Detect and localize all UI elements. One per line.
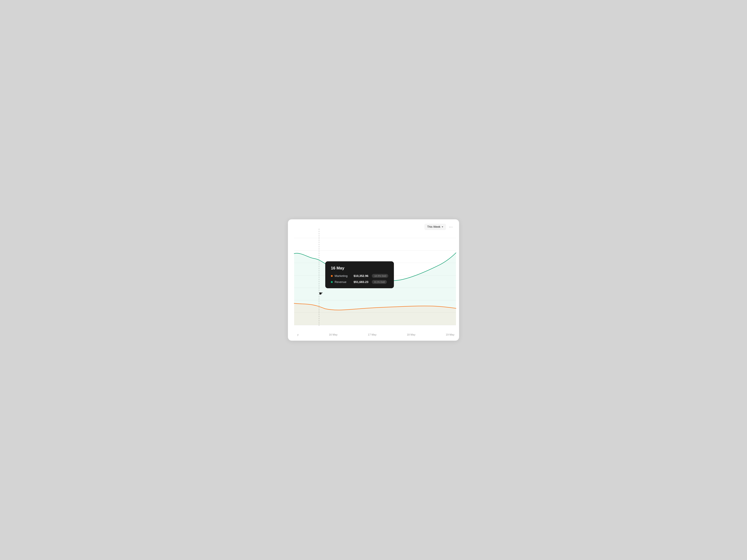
xaxis-label-17may: 17 May (368, 333, 377, 336)
revenue-badge: -8.1% DoD (372, 280, 387, 284)
this-week-button[interactable]: This Week (424, 224, 446, 230)
tooltip-row-revenue: Revenue $51,683.23 -8.1% DoD (331, 280, 388, 284)
more-options-button[interactable]: ··· (448, 224, 454, 230)
marketing-value: $10,352.96 (354, 274, 368, 278)
xaxis: y 16 May 17 May 18 May 19 May (288, 333, 459, 336)
revenue-value: $51,683.23 (354, 280, 368, 284)
marketing-badge: -10.5% DoD (372, 274, 388, 278)
chart-tooltip: 16 May Marketing $10,352.96 -10.5% DoD R… (325, 261, 394, 288)
toolbar: This Week ··· (424, 224, 454, 230)
xaxis-label-16may: 16 May (329, 333, 338, 336)
xaxis-label-19may: 19 May (446, 333, 455, 336)
more-icon: ··· (449, 225, 453, 229)
marketing-label: Marketing (335, 274, 352, 278)
marketing-dot-icon (331, 275, 333, 277)
revenue-label: Revenue (335, 280, 352, 284)
xaxis-label-y: y (297, 333, 299, 336)
revenue-dot-icon (331, 281, 333, 283)
xaxis-label-18may: 18 May (407, 333, 415, 336)
chart-card: This Week ··· 16 May Marketi (288, 219, 459, 341)
tooltip-date: 16 May (331, 266, 388, 270)
chevron-down-icon (442, 226, 443, 228)
tooltip-row-marketing: Marketing $10,352.96 -10.5% DoD (331, 274, 388, 278)
this-week-label: This Week (427, 225, 440, 229)
